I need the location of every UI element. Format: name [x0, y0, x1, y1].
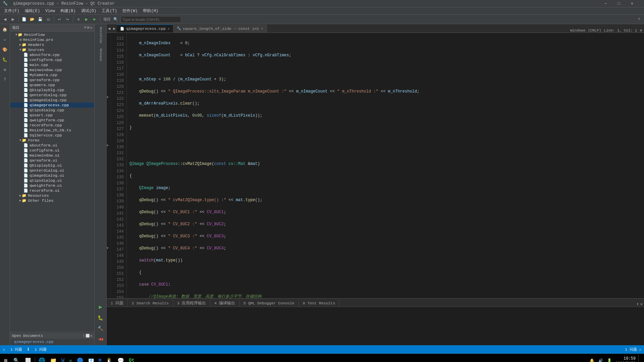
edit-mode-icon[interactable]: ✏ [1, 36, 9, 44]
tab-qimageprocess-close[interactable]: ✕ [168, 27, 170, 31]
bottom-panel-expand-icon[interactable]: ⬆ [637, 302, 639, 307]
sidebar-sync-btn[interactable]: ⟳ [87, 26, 90, 30]
projects-icon[interactable]: ⚙ [1, 66, 9, 74]
pin-btn[interactable]: 📌 [94, 333, 107, 346]
tree-item-main-cpp[interactable]: 📄 main.cpp [10, 62, 94, 67]
design-icon[interactable]: 🎨 [1, 46, 9, 54]
debug-icon[interactable]: 🐛 [1, 56, 9, 64]
tree-item-qenterdialog-cpp[interactable]: 📄 qenterdialog.cpp [10, 93, 94, 98]
open-doc-qimageprocess[interactable]: qimageprocess.cpp [10, 339, 94, 345]
toolbar-redo[interactable]: ↪ [64, 16, 71, 23]
tree-item-aboutform-cpp[interactable]: 📄 aboutform.cpp [10, 52, 94, 57]
toolbar-new[interactable]: 📄 [20, 16, 28, 23]
tree-item-qcamera-cpp[interactable]: 📄 qcamera.cpp [10, 82, 94, 87]
toolbar-back[interactable]: ◀ [1, 16, 9, 23]
tab-qimageprocess[interactable]: 📄 qimageprocess.cpp ✕ [117, 24, 173, 33]
menu-help[interactable]: 帮助(H) [140, 7, 161, 14]
tree-item-headers[interactable]: ▶ 📁 Headers [10, 42, 94, 47]
welcome-icon[interactable]: 🏠 [1, 25, 9, 34]
taskbar-app-green[interactable]: ✉ [67, 355, 74, 362]
tree-item-resinflow-pro[interactable]: ⚙ ResinFlow.pro [10, 37, 94, 42]
tree-item-qweightform-ui[interactable]: 📄 qweightform.ui [10, 183, 94, 188]
menu-tools[interactable]: 工具(T) [99, 7, 120, 14]
tree-item-resources[interactable]: ▶ 📁 Resources [10, 193, 94, 198]
project-label-btn[interactable]: ResinFlow [96, 25, 105, 45]
tree-item-configform-ui[interactable]: 📄 configform.ui [10, 148, 94, 153]
tree-item-configform-cpp[interactable]: 📄 configform.cpp [10, 57, 94, 62]
menu-view[interactable]: View [43, 7, 58, 14]
release-label-btn[interactable]: Release [96, 47, 105, 63]
tree-item-qareaform-ui[interactable]: 📄 qareaform.ui [10, 158, 94, 163]
bottom-tab-test-results[interactable]: 8 Test Results [299, 299, 340, 307]
tree-item-qimageprocess-cpp[interactable]: 📄 qimageprocess.cpp [10, 103, 94, 108]
tab-square-length[interactable]: 🔧 square_length_of_side → const int ✕ [173, 24, 267, 33]
toolbar-open[interactable]: 📂 [29, 16, 36, 23]
tree-item-other-files[interactable]: ▶ 📁 Other files [10, 198, 94, 203]
tree-item-qimagedialog-ui[interactable]: 📄 qimagedialog.ui [10, 173, 94, 178]
tree-item-sqlservice-cpp[interactable]: 📄 SqlService.cpp [10, 133, 94, 138]
bottom-tab-search[interactable]: 2 Search Results [128, 299, 173, 307]
tray-battery[interactable]: 🔋 [606, 355, 613, 362]
tree-item-qareaform-cpp[interactable]: 📄 qareaform.cpp [10, 77, 94, 82]
help-icon[interactable]: ? [1, 76, 9, 84]
taskbar-app-qtcreator[interactable]: Qt [127, 355, 137, 362]
debug-btn[interactable]: 🐛 [96, 313, 105, 322]
taskbar-word[interactable]: W [59, 355, 67, 362]
tree-item-resinflow-ts[interactable]: 📄 ResinFlow_zh_CN.ts [10, 128, 94, 133]
close-btn[interactable]: ✕ [628, 1, 636, 6]
tray-network[interactable]: 🔔 [588, 355, 596, 362]
tree-item-resinflow[interactable]: ▼ 📁 ResinFlow [10, 32, 94, 37]
tree-item-qdisplaydlg-ui[interactable]: 📄 QDisplayDlg.ui [10, 163, 94, 168]
minimize-btn[interactable]: ─ [602, 1, 609, 6]
clock[interactable]: 10:59 2023/5/22 [614, 356, 637, 362]
run-btn[interactable]: ▶ [96, 302, 105, 312]
tree-item-aboutform-ui[interactable]: 📄 aboutform.ui [10, 143, 94, 148]
menu-controls[interactable]: 控件(W) [120, 7, 141, 14]
tree-item-forms[interactable]: ▼ 📁 Forms [10, 138, 94, 143]
tree-item-mainwindow-ui[interactable]: 📄 mainwindow.ui [10, 153, 94, 158]
taskbar-app-blue[interactable]: 🔵 [75, 355, 86, 362]
show-desktop-btn[interactable] [638, 355, 641, 362]
toolbar-save[interactable]: 💾 [37, 16, 44, 23]
tree-item-qdisplaydlg-cpp[interactable]: 📄 QDisplayDlg.cpp [10, 87, 94, 93]
open-docs-sort-btn[interactable]: ↕ [83, 334, 85, 338]
taskbar-app-mail[interactable]: 📧 [86, 355, 96, 362]
tab-bar-settings-icon[interactable]: ⚙ [640, 28, 642, 33]
sidebar-close-btn[interactable]: ✕ [90, 26, 92, 30]
toolbar-save-all[interactable]: 🗂 [45, 16, 52, 23]
tree-item-mainwindow-cpp[interactable]: 📄 mainwindow.cpp [10, 67, 94, 72]
tab-nav-left[interactable]: ◀ [107, 24, 112, 33]
start-button[interactable]: ⊞ [1, 355, 10, 362]
maximize-btn[interactable]: □ [615, 1, 623, 6]
toolbar-locate[interactable]: 🔍 [112, 16, 119, 23]
menu-build[interactable]: 构建(B) [58, 7, 78, 14]
task-view-button[interactable]: ⬜ [22, 355, 34, 362]
toolbar-undo[interactable]: ↩ [56, 16, 63, 23]
tray-volume[interactable]: 🔊 [597, 355, 604, 362]
open-docs-close-btn[interactable]: ✕ [90, 334, 92, 338]
tree-item-qweightform-cpp[interactable]: 📄 qweightform.cpp [10, 118, 94, 123]
tree-item-qusart-cpp[interactable]: 📄 qusart.cpp [10, 113, 94, 118]
menu-edit[interactable]: 编辑(E) [22, 7, 43, 14]
tree-item-mycamera-cpp[interactable]: 📄 MyCamera.cpp [10, 72, 94, 77]
tab-nav-right[interactable]: ▶ [112, 24, 117, 33]
taskbar-explorer[interactable]: 📁 [48, 355, 59, 362]
tree-item-sources[interactable]: ▼ 📁 Sources [10, 47, 94, 52]
tree-item-qtipsdialog-cpp[interactable]: 📄 qtipsdialog.cpp [10, 108, 94, 113]
bottom-panel-close-icon[interactable]: ✕ [640, 302, 643, 307]
open-docs-expand-btn[interactable]: ⬜ [86, 334, 90, 338]
toolbar-run[interactable]: ▶ [83, 16, 90, 23]
bottom-tab-compile-output[interactable]: 4 编译输出 [210, 299, 239, 307]
locate-input[interactable] [121, 16, 181, 23]
bottom-tab-app-output[interactable]: 3 应用程序输出 [173, 299, 210, 307]
taskbar-app-m[interactable]: M [97, 355, 103, 362]
menu-debug[interactable]: 调试(D) [78, 7, 99, 14]
code-content[interactable]: m_nImageIndex = 0; m_nImageCount = bCal … [127, 33, 644, 298]
bottom-tab-qml-debugger[interactable]: 5 QML Debugger Console [239, 299, 299, 307]
tree-item-qenterdialog-ui[interactable]: 📄 qenterdialog.ui [10, 168, 94, 173]
tab-square-close[interactable]: ✕ [261, 26, 263, 31]
toolbar-forward[interactable]: ▶ [9, 16, 17, 23]
taskbar-app-qq[interactable]: 🐧 [104, 355, 115, 362]
tree-item-qimagedialog-cpp[interactable]: 📄 qimagedialog.cpp [10, 98, 94, 103]
menu-file[interactable]: 文件(F) [1, 7, 22, 14]
